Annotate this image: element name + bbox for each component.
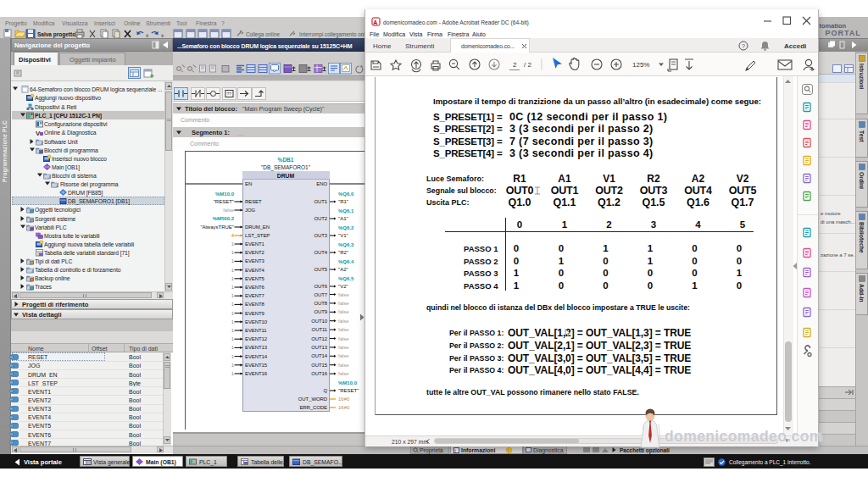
svg-text:i: i <box>455 447 456 452</box>
svg-text:Interrompi collegamento online: Interrompi collegamento online <box>299 31 373 38</box>
svg-text:Collega online: Collega online <box>246 31 280 38</box>
svg-text:A: A <box>373 19 377 25</box>
svg-text:!: ! <box>508 447 509 452</box>
svg-text:?: ? <box>742 43 745 49</box>
svg-text:Salva progetto: Salva progetto <box>37 31 75 38</box>
svg-text:??: ?? <box>226 92 231 97</box>
